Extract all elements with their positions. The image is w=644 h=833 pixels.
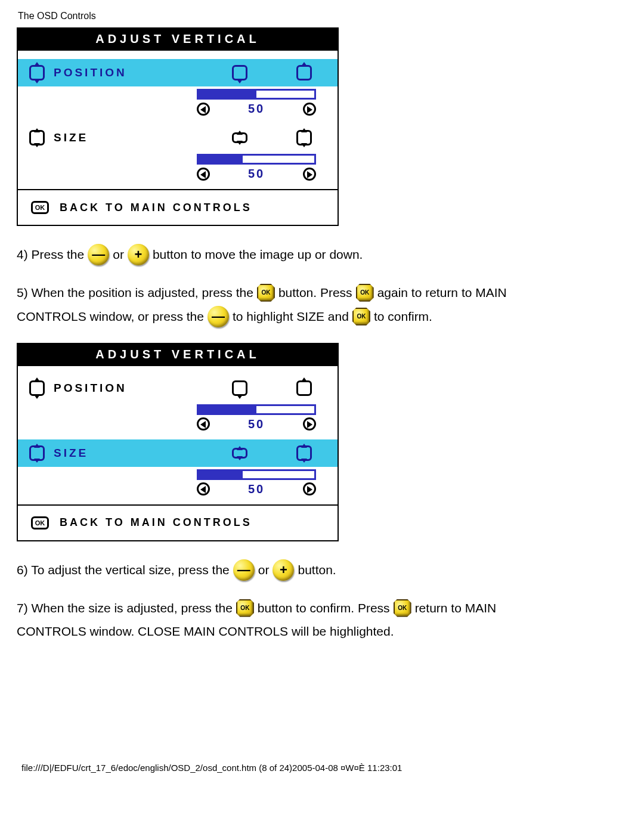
arrow-left-icon	[197, 417, 210, 431]
osd-panel-size: ADJUST VERTICAL POSITION 50	[17, 343, 339, 541]
position-bar	[197, 89, 316, 100]
position-bar-fill	[199, 406, 256, 413]
osd-title: ADJUST VERTICAL	[18, 344, 338, 366]
ok-icon: OK	[31, 516, 49, 529]
instruction-step-4: 4) Press the — or + button to move the i…	[17, 243, 625, 267]
size-label: SIZE	[54, 131, 88, 144]
ok-button-icon: OK	[257, 284, 275, 302]
shrink-icon	[231, 129, 248, 146]
position-value-block: 50	[18, 86, 338, 124]
size-value: 50	[248, 482, 265, 496]
text: CONTROLS window. CLOSE MAIN CONTROLS wil…	[17, 620, 394, 643]
size-bar-fill	[199, 471, 243, 478]
shrink-icon	[231, 445, 248, 462]
plus-button-icon: +	[273, 559, 294, 581]
text: return to MAIN	[415, 596, 497, 620]
position-icon	[29, 380, 45, 397]
arrow-right-icon	[303, 482, 316, 496]
position-value-block: 50	[18, 402, 338, 439]
text: 4) Press the	[17, 243, 84, 267]
instruction-step-5: 5) When the position is adjusted, press …	[17, 281, 625, 329]
minus-button-icon: —	[208, 306, 229, 327]
back-label: BACK TO MAIN CONTROLS	[60, 202, 252, 214]
position-value: 50	[248, 102, 265, 116]
screen-down-icon	[231, 64, 248, 81]
text: 6) To adjust the vertical size, press th…	[17, 558, 230, 582]
size-bar	[197, 469, 316, 480]
text: again to return to MAIN	[377, 281, 507, 305]
position-bar-fill	[199, 91, 256, 98]
position-icon	[29, 64, 45, 81]
text: to confirm.	[374, 305, 432, 329]
osd-row-position: POSITION	[18, 59, 338, 86]
size-icon	[29, 129, 45, 146]
arrow-left-icon	[197, 482, 210, 496]
size-icon	[29, 445, 45, 462]
text: button.	[298, 558, 336, 582]
footer-path: file:///D|/EDFU/crt_17_6/edoc/english/OS…	[17, 763, 627, 773]
back-label: BACK TO MAIN CONTROLS	[60, 516, 252, 529]
arrow-left-icon	[197, 168, 210, 181]
expand-icon	[296, 129, 312, 146]
osd-panel-position: ADJUST VERTICAL POSITION 50	[17, 27, 339, 226]
size-value: 50	[248, 167, 265, 181]
ok-icon: OK	[31, 201, 49, 214]
screen-up-icon	[296, 64, 312, 81]
text: CONTROLS window, or press the	[17, 305, 204, 329]
osd-row-size: SIZE	[18, 124, 338, 151]
screen-down-icon	[231, 380, 248, 397]
text: button to confirm. Press	[258, 596, 390, 620]
position-label: POSITION	[54, 66, 127, 79]
osd-footer: OK BACK TO MAIN CONTROLS	[18, 506, 338, 540]
size-value-block: 50	[18, 151, 338, 189]
osd-row-position: POSITION	[18, 374, 338, 402]
arrow-left-icon	[197, 103, 210, 116]
size-value-block: 50	[18, 467, 338, 504]
instruction-step-6: 6) To adjust the vertical size, press th…	[17, 558, 625, 582]
size-bar	[197, 154, 316, 165]
text: or	[113, 243, 124, 267]
screen-up-icon	[296, 380, 312, 397]
minus-button-icon: —	[88, 244, 109, 265]
instruction-step-7: 7) When the size is adjusted, press the …	[17, 596, 625, 644]
osd-title: ADJUST VERTICAL	[18, 29, 338, 51]
ok-button-icon: OK	[352, 308, 370, 326]
position-bar	[197, 404, 316, 415]
text: 7) When the size is adjusted, press the	[17, 596, 233, 620]
arrow-right-icon	[303, 168, 316, 181]
size-bar-fill	[199, 156, 243, 163]
text: button to move the image up or down.	[153, 243, 363, 267]
page-title: The OSD Controls	[18, 11, 627, 21]
expand-icon	[296, 445, 312, 462]
text: 5) When the position is adjusted, press …	[17, 281, 253, 305]
minus-button-icon: —	[233, 559, 255, 581]
spacer	[18, 366, 338, 374]
arrow-right-icon	[303, 417, 316, 431]
text: to highlight SIZE and	[233, 305, 349, 329]
ok-button-icon: OK	[356, 284, 374, 302]
ok-button-icon: OK	[394, 599, 411, 617]
spacer	[18, 51, 338, 59]
ok-button-icon: OK	[236, 599, 254, 617]
position-value: 50	[248, 417, 265, 431]
osd-footer: OK BACK TO MAIN CONTROLS	[18, 190, 338, 225]
size-label: SIZE	[54, 447, 88, 460]
osd-row-size: SIZE	[18, 439, 338, 467]
position-label: POSITION	[54, 382, 127, 395]
plus-button-icon: +	[128, 244, 149, 265]
text: button. Press	[278, 281, 352, 305]
arrow-right-icon	[303, 103, 316, 116]
text: or	[258, 558, 270, 582]
